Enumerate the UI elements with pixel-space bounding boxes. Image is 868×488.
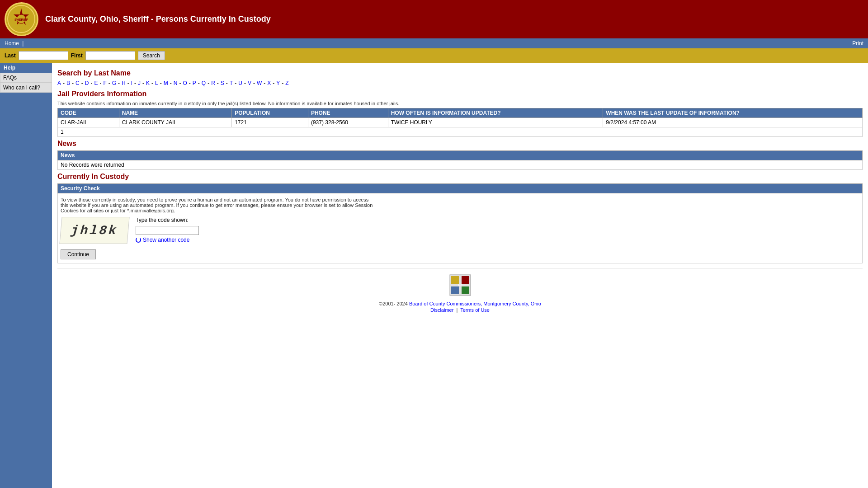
- alpha-sep: -: [108, 80, 110, 86]
- security-check-header-row: Security Check: [58, 184, 863, 193]
- alpha-link-J[interactable]: J: [138, 80, 141, 86]
- alpha-link-N[interactable]: N: [174, 80, 178, 86]
- last-label: Last: [5, 52, 16, 59]
- alpha-sep: -: [127, 80, 129, 86]
- news-table-header-row: News: [58, 151, 863, 160]
- search-button[interactable]: Search: [138, 51, 165, 60]
- jail-col-name: NAME: [119, 108, 231, 118]
- page-footer: MC ©2001- 2024 Board of County Commissio…: [57, 268, 863, 318]
- sidebar-item-faqs[interactable]: FAQs: [0, 73, 52, 83]
- alpha-link-E[interactable]: E: [94, 80, 98, 86]
- page-header: SHERIFF Clark County, Ohio, Sheriff - Pe…: [0, 0, 868, 38]
- security-check-table: Security Check To view those currently i…: [57, 183, 863, 263]
- nav-bar: Home | Print: [0, 38, 868, 48]
- alpha-link-M[interactable]: M: [164, 80, 168, 86]
- alpha-sep: -: [226, 80, 228, 86]
- alpha-sep: -: [142, 80, 144, 86]
- footer-org-link[interactable]: Board of County Commissioners, Montgomer…: [409, 301, 541, 306]
- main-content: Search by Last Name A-B-C-D-E-F-G-H-I-J-…: [52, 63, 868, 488]
- jail-providers-heading: Jail Providers Information: [57, 90, 863, 98]
- continue-button[interactable]: Continue: [61, 249, 96, 259]
- alpha-link-F[interactable]: F: [103, 80, 106, 86]
- main-wrapper: Help FAQs Who can I call? Search by Last…: [0, 63, 868, 488]
- alpha-sep: -: [134, 80, 136, 86]
- jail-col-how-often-is-information-updated?: HOW OFTEN IS INFORMATION UPDATED?: [388, 108, 603, 118]
- captcha-input-area: Type the code shown: Show another code: [136, 217, 199, 243]
- search-bar: Last First Search: [0, 48, 868, 63]
- alpha-sep: -: [198, 80, 200, 86]
- alpha-sep: -: [90, 80, 92, 86]
- search-by-last-name-heading: Search by Last Name: [57, 69, 863, 77]
- alpha-link-R[interactable]: R: [211, 80, 215, 86]
- alpha-link-S[interactable]: S: [221, 80, 224, 86]
- sidebar-help-heading: Help: [0, 63, 52, 73]
- first-label: First: [71, 52, 83, 59]
- alphabet-row: A-B-C-D-E-F-G-H-I-J-K-L-M-N-O-P-Q-R-S-T-…: [57, 80, 863, 86]
- alpha-link-L[interactable]: L: [155, 80, 158, 86]
- alpha-sep: -: [235, 80, 236, 86]
- alpha-link-I[interactable]: I: [131, 80, 132, 86]
- alpha-sep: -: [99, 80, 101, 86]
- table-row: 1: [58, 127, 863, 137]
- alpha-link-U[interactable]: U: [238, 80, 242, 86]
- jail-col-code: CODE: [58, 108, 119, 118]
- footer-links: Disclaimer | Terms of Use: [63, 307, 857, 313]
- table-row: CLAR-JAILCLARK COUNTY JAIL1721(937) 328-…: [58, 118, 863, 127]
- captcha-input[interactable]: [136, 226, 199, 235]
- security-message: To view those currently in custody, you …: [61, 197, 377, 213]
- alpha-link-A[interactable]: A: [57, 80, 61, 86]
- footer-separator: |: [456, 307, 458, 313]
- nav-links: Home |: [5, 40, 25, 47]
- alpha-link-K[interactable]: K: [146, 80, 150, 86]
- svg-text:MC: MC: [458, 284, 462, 286]
- show-another-code-link[interactable]: Show another code: [136, 237, 189, 243]
- print-link[interactable]: Print: [852, 40, 863, 47]
- news-col-header: News: [58, 151, 863, 160]
- alpha-sep: -: [151, 80, 153, 86]
- alpha-sep: -: [179, 80, 181, 86]
- last-name-input[interactable]: [19, 51, 68, 60]
- alpha-link-T[interactable]: T: [230, 80, 233, 86]
- alpha-link-W[interactable]: W: [257, 80, 262, 86]
- alpha-link-G[interactable]: G: [112, 80, 116, 86]
- alpha-sep: -: [273, 80, 274, 86]
- jail-col-when-was-the-last-update-of-information?: WHEN WAS THE LAST UPDATE OF INFORMATION?: [603, 108, 863, 118]
- svg-rect-5: [451, 276, 459, 284]
- nav-separator: |: [22, 40, 24, 47]
- jail-col-phone: PHONE: [308, 108, 388, 118]
- alpha-link-Z[interactable]: Z: [285, 80, 288, 86]
- logo-area: SHERIFF: [5, 2, 41, 36]
- alpha-link-V[interactable]: V: [248, 80, 251, 86]
- sidebar-item-who-can-i-call[interactable]: Who can I call?: [0, 83, 52, 93]
- terms-link[interactable]: Terms of Use: [460, 307, 490, 313]
- jail-providers-table: CODENAMEPOPULATIONPHONEHOW OFTEN IS INFO…: [57, 108, 863, 137]
- security-check-body-row: To view those currently in custody, you …: [58, 193, 863, 263]
- alpha-link-C[interactable]: C: [75, 80, 80, 86]
- alpha-link-O[interactable]: O: [183, 80, 187, 86]
- refresh-icon: [136, 237, 141, 243]
- home-link[interactable]: Home: [5, 40, 19, 47]
- news-table: News No Records were returned: [57, 150, 863, 170]
- alpha-link-B[interactable]: B: [66, 80, 70, 86]
- first-name-input[interactable]: [85, 51, 135, 60]
- jail-table-header-row: CODENAMEPOPULATIONPHONEHOW OFTEN IS INFO…: [58, 108, 863, 118]
- alpha-link-D[interactable]: D: [85, 80, 89, 86]
- alpha-link-H[interactable]: H: [122, 80, 126, 86]
- alpha-sep: -: [72, 80, 74, 86]
- alpha-link-Y[interactable]: Y: [276, 80, 280, 86]
- svg-rect-7: [451, 286, 459, 294]
- alpha-link-X[interactable]: X: [267, 80, 271, 86]
- news-heading: News: [57, 140, 863, 148]
- page-title: Clark County, Ohio, Sheriff - Persons Cu…: [41, 14, 863, 24]
- alpha-sep: -: [282, 80, 283, 86]
- alpha-sep: -: [81, 80, 83, 86]
- disclaimer-link[interactable]: Disclaimer: [430, 307, 453, 313]
- alpha-link-P[interactable]: P: [193, 80, 196, 86]
- sheriff-badge-icon: SHERIFF: [7, 5, 36, 34]
- alpha-link-Q[interactable]: Q: [202, 80, 206, 86]
- jail-providers-description: This website contains information on inm…: [57, 101, 863, 106]
- alpha-sep: -: [208, 80, 209, 86]
- montgomery-county-logo-icon: MC: [449, 274, 472, 296]
- svg-rect-6: [462, 276, 469, 284]
- alpha-sep: -: [217, 80, 219, 86]
